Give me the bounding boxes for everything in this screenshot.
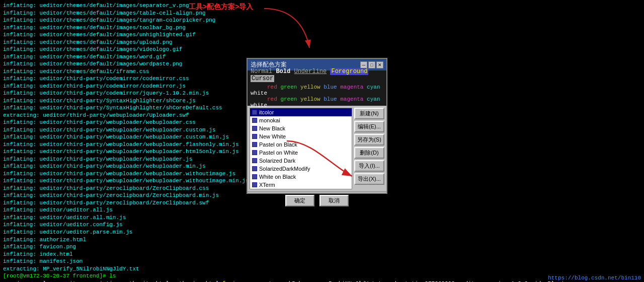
terminal-line: extracting: MP_verify_5NilrobiNNgJldY.tx… — [3, 265, 641, 273]
scheme-icon — [252, 118, 257, 123]
terminal-line: inflating: ueditor/themes/default/images… — [3, 31, 641, 39]
new-button[interactable]: 新建(N) — [354, 108, 384, 119]
edit-button[interactable]: 编辑(E)... — [354, 121, 384, 132]
preview-bold: Bold — [276, 68, 290, 75]
terminal-line: inflating: ueditor/themes/default/images… — [3, 24, 641, 32]
save-as-button[interactable]: 另存为(S) — [354, 134, 384, 146]
terminal-line: inflating: ueditor/ueditor.config.js — [3, 221, 641, 229]
terminal-line: inflating: ueditor/themes/default/images… — [3, 2, 641, 10]
terminal-line: inflating: authorize.html — [3, 236, 641, 244]
ok-button[interactable]: 确定 — [285, 195, 314, 206]
scheme-icon — [252, 110, 257, 115]
preview-underline: Underline — [294, 68, 327, 75]
import-button[interactable]: 导入(I)... — [354, 160, 384, 172]
scheme-label: itcolor — [259, 109, 274, 115]
terminal-line: inflating: favicon.png — [3, 243, 641, 251]
minimize-button[interactable]: ─ — [360, 61, 367, 68]
scheme-item-xterm[interactable]: XTerm — [250, 181, 352, 189]
terminal-line: inflating: ueditor/themes/default/images… — [3, 46, 641, 53]
maximize-button[interactable]: □ — [368, 61, 375, 68]
preview-line1: Normal Bold Underline Foreground Cursor — [251, 68, 383, 82]
preview-foreground: Foreground — [330, 68, 368, 75]
scheme-label: Solarized Dark — [259, 158, 295, 164]
scheme-item-itcolor[interactable]: itcolor — [250, 108, 352, 116]
scheme-label: New White — [259, 133, 286, 139]
preview-line2: red green yellow blue magenta cyan white — [251, 84, 383, 96]
scheme-label: Pastel on Black — [259, 142, 297, 148]
scheme-list[interactable]: itcolor monokai New Black New White Past… — [250, 108, 352, 189]
scheme-item-pastel-black[interactable]: Pastel on Black — [250, 140, 352, 149]
modal-body: itcolor monokai New Black New White Past… — [248, 106, 386, 191]
close-button[interactable]: ✕ — [376, 61, 383, 68]
scheme-item-new-white[interactable]: New White — [250, 132, 352, 140]
cancel-button[interactable]: 取消 — [319, 195, 349, 206]
status-url: https://blog.csdn.net/bin110 — [548, 275, 641, 281]
modal-footer: 确定 取消 — [248, 191, 386, 208]
scheme-item-new-black[interactable]: New Black — [250, 124, 352, 132]
color-scheme-modal: 选择配色方案 ─ □ ✕ Normal Bold Underline Foreg… — [247, 58, 387, 194]
terminal-line: inflating: ueditor/ueditor.all.min.js — [3, 214, 641, 222]
scheme-icon — [252, 150, 257, 155]
terminal-line: inflating: index.html — [3, 251, 641, 258]
scheme-item-solarized-dark[interactable]: Solarized Dark — [250, 157, 352, 165]
scheme-icon — [252, 182, 257, 187]
scheme-label: monokai — [259, 117, 280, 123]
export-button[interactable]: 导出(X)... — [354, 173, 384, 185]
scheme-item-white-on-black[interactable]: White on Black — [250, 173, 352, 181]
modal-action-buttons: 新建(N) 编辑(E)... 另存为(S) 删除(D) 导入(I)... 导出(… — [354, 108, 384, 189]
titlebar-buttons: ─ □ ✕ — [360, 61, 383, 68]
scheme-label: SolarizedDarkModify — [259, 166, 310, 172]
scheme-icon — [252, 134, 257, 139]
scheme-label: Pastel on White — [259, 150, 298, 156]
scheme-icon — [252, 142, 257, 147]
terminal-line: inflating: ueditor/themes/default/images… — [3, 39, 641, 46]
scheme-item-monokai[interactable]: monokai — [250, 116, 352, 124]
color-preview: Normal Bold Underline Foreground Cursor … — [248, 70, 386, 106]
scheme-label: XTerm — [259, 182, 275, 188]
scheme-list-container: itcolor monokai New Black New White Past… — [250, 108, 352, 189]
preview-cursor: Cursor — [251, 75, 274, 82]
terminal-line: inflating: ueditor/themes/default/images… — [3, 10, 641, 17]
scheme-icon — [252, 174, 257, 179]
delete-button[interactable]: 删除(D) — [354, 147, 384, 159]
terminal-line: inflating: manifest.json — [3, 258, 641, 265]
terminal-line: inflating: ueditor/themes/default/images… — [3, 17, 641, 24]
scheme-icon — [252, 126, 257, 131]
status-bar: https://blog.csdn.net/bin110 — [545, 274, 644, 282]
toolbar-label: 工具>配色方案>导入 — [189, 3, 253, 12]
scheme-label: White on Black — [259, 174, 296, 180]
scheme-icon — [252, 166, 257, 171]
scheme-label: New Black — [259, 125, 285, 131]
scheme-item-solarized-dark-modify[interactable]: SolarizedDarkModify — [250, 165, 352, 173]
scheme-item-pastel-white[interactable]: Pastel on White — [250, 149, 352, 157]
terminal-line: inflating: ueditor/ueditor.parse.min.js — [3, 229, 641, 236]
scheme-icon — [252, 158, 257, 163]
preview-normal: Normal — [251, 68, 272, 75]
